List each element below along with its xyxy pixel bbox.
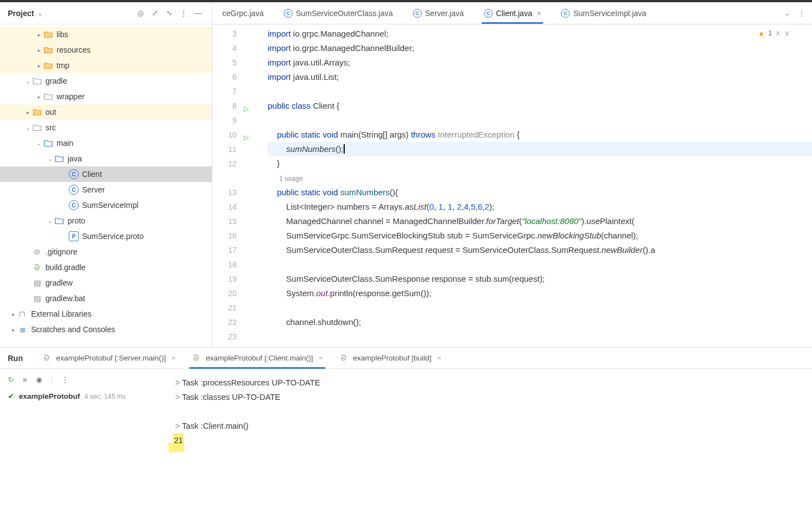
run-tab-label: exampleProtobuf [build]: [353, 354, 432, 362]
tree-arrow-icon[interactable]: ▸: [9, 327, 18, 333]
tree-node[interactable]: ▸out: [0, 104, 212, 120]
gradle-icon: ᘐ: [191, 353, 201, 363]
tree-node-label: External Libraries: [31, 309, 91, 318]
tree-node[interactable]: ▤gradlew: [0, 275, 212, 291]
rerun-icon[interactable]: ↻: [8, 375, 14, 384]
tree-node[interactable]: ▤gradlew.bat: [0, 291, 212, 306]
run-tab[interactable]: ᘐexampleProtobuf [build]×: [331, 348, 450, 369]
chevron-down-icon[interactable]: ⌄: [37, 9, 43, 17]
tree-node-label: build.gradle: [45, 263, 85, 272]
tree-arrow-icon[interactable]: ⌄: [23, 78, 32, 84]
java-class-icon: C: [484, 9, 493, 18]
run-tab[interactable]: ᘐexampleProtobuf [:Client.main()]×: [183, 348, 330, 369]
folder-icon: [43, 45, 53, 54]
tree-node[interactable]: CServer: [0, 182, 212, 197]
code-editor[interactable]: import io.grpc.ManagedChannel;import io.…: [244, 24, 812, 347]
more-vertical-icon[interactable]: ⋮: [62, 375, 69, 384]
tree-node[interactable]: ⌄proto: [0, 213, 212, 228]
tree-node[interactable]: ⌄main: [0, 135, 212, 151]
tab-label: ceGrpc.java: [222, 9, 264, 18]
tree-node-label: libs: [57, 30, 68, 39]
tree-node-label: java: [68, 154, 82, 163]
tree-node-label: wrapper: [57, 92, 85, 101]
tree-node[interactable]: ▸resources: [0, 42, 212, 58]
tree-arrow-icon[interactable]: ▸: [34, 63, 43, 69]
tree-arrow-icon[interactable]: ⌄: [23, 125, 32, 131]
prev-highlight-icon[interactable]: ∧: [775, 29, 781, 37]
tree-node-label: Scratches and Consoles: [31, 325, 115, 334]
tree-node[interactable]: CClient: [0, 166, 212, 182]
tree-node-label: .gitignore: [45, 247, 78, 256]
editor-body: ▲1 ∧ ∨ 345678▷910▷1112131415161718192021…: [212, 24, 812, 347]
tree-arrow-icon[interactable]: ▸: [9, 311, 18, 317]
tree-node-label: gradlew.bat: [45, 294, 85, 303]
next-highlight-icon[interactable]: ∨: [784, 29, 790, 37]
tree-node-label: out: [45, 108, 56, 116]
tree-node[interactable]: ▸⛫External Libraries: [0, 306, 212, 322]
project-sidebar: Project ⌄ ◎ ⤢ ⤡ ⋮ — ▸libs▸resources▸tmp⌄…: [0, 2, 212, 347]
tree-node[interactable]: ▸wrapper: [0, 89, 212, 104]
close-icon[interactable]: ×: [171, 354, 176, 362]
tree-arrow-icon[interactable]: ▸: [34, 47, 43, 53]
java-class-icon: C: [69, 185, 79, 195]
folder-icon: [43, 61, 53, 70]
minimize-icon[interactable]: —: [192, 7, 204, 19]
project-tree[interactable]: ▸libs▸resources▸tmp⌄gradle▸wrapper▸out⌄s…: [0, 24, 212, 347]
project-title: Project: [8, 9, 34, 18]
library-icon: ⛫: [18, 309, 28, 319]
tree-node[interactable]: ⌄java: [0, 151, 212, 166]
run-tab-label: exampleProtobuf [:Client.main()]: [206, 354, 313, 362]
tree-arrow-icon[interactable]: ⌄: [34, 140, 43, 146]
run-tab[interactable]: ᘐexampleProtobuf [:Server.main()]×: [34, 348, 183, 369]
editor-tab[interactable]: CServer.java: [403, 2, 474, 24]
tree-arrow-icon[interactable]: ▸: [34, 32, 43, 38]
chevron-down-icon[interactable]: ⌄: [784, 9, 790, 17]
tree-node[interactable]: ▸≣Scratches and Consoles: [0, 322, 212, 337]
stop-icon[interactable]: ■: [23, 375, 27, 384]
tree-node[interactable]: ᘐbuild.gradle: [0, 260, 212, 275]
close-icon[interactable]: ×: [437, 354, 442, 362]
tab-label: Server.java: [425, 9, 464, 18]
inspection-widget[interactable]: ▲1 ∧ ∨: [758, 29, 790, 37]
gradle-icon: ᘐ: [42, 353, 52, 363]
more-vertical-icon[interactable]: ⋮: [177, 7, 190, 19]
close-icon[interactable]: ×: [537, 9, 541, 18]
project-header: Project ⌄ ◎ ⤢ ⤡ ⋮ —: [0, 2, 212, 24]
java-class-icon: C: [413, 9, 422, 18]
run-gutter-icon[interactable]: ▷: [244, 130, 249, 145]
collapse-icon[interactable]: ⤡: [163, 7, 175, 19]
tree-node[interactable]: PSumService.proto: [0, 228, 212, 244]
more-vertical-icon[interactable]: ⋮: [798, 9, 805, 17]
tree-node[interactable]: CSumServiceImpl: [0, 197, 212, 213]
tab-label: SumServiceImpl.java: [573, 9, 646, 18]
run-gutter-icon[interactable]: ▷: [244, 101, 249, 116]
run-entry[interactable]: ✔ exampleProtobuf 4 sec, 145 ms: [8, 392, 164, 400]
tree-node-label: SumServiceImpl: [82, 201, 139, 210]
console-output[interactable]: > Task :processResources UP-TO-DATE> Tas…: [172, 369, 812, 513]
highlighted-output: 21: [173, 433, 184, 448]
scratch-icon: ≣: [18, 324, 28, 334]
java-class-icon: C: [69, 200, 79, 210]
close-icon[interactable]: ×: [319, 354, 323, 362]
tree-arrow-icon[interactable]: ▸: [34, 94, 43, 100]
tree-node[interactable]: ▸libs: [0, 27, 212, 42]
expand-icon[interactable]: ⤢: [149, 7, 161, 19]
folder-icon: [54, 216, 64, 225]
editor-tab[interactable]: ceGrpc.java: [212, 2, 274, 24]
run-toolbar: ↻ ■ ◉ | ⋮: [8, 375, 164, 384]
tree-node[interactable]: ⌄gradle: [0, 73, 212, 89]
tree-arrow-icon[interactable]: ⌄: [45, 156, 54, 162]
folder-icon: [43, 139, 53, 148]
editor-tab[interactable]: CClient.java×: [474, 2, 551, 24]
tree-node[interactable]: ⌄src: [0, 120, 212, 135]
tree-node[interactable]: ⊘.gitignore: [0, 244, 212, 260]
locate-icon[interactable]: ◎: [134, 7, 146, 19]
editor-tab[interactable]: CSumServiceOuterClass.java: [274, 2, 403, 24]
view-icon[interactable]: ◉: [36, 375, 42, 384]
folder-icon: [32, 77, 42, 85]
tree-arrow-icon[interactable]: ⌄: [45, 218, 54, 224]
tree-arrow-icon[interactable]: ▸: [23, 109, 32, 115]
tree-node-label: tmp: [57, 61, 69, 70]
editor-tab[interactable]: CSumServiceImpl.java: [551, 2, 656, 24]
tree-node[interactable]: ▸tmp: [0, 58, 212, 73]
